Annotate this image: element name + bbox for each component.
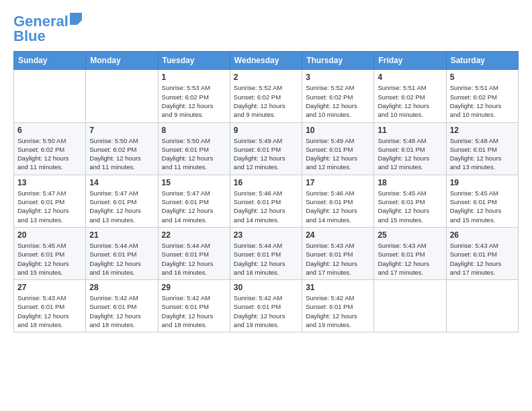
day-info: Sunrise: 5:53 AM Sunset: 6:02 PM Dayligh… (162, 83, 226, 119)
calendar-cell: 6Sunrise: 5:50 AM Sunset: 6:02 PM Daylig… (14, 122, 86, 175)
calendar-cell: 10Sunrise: 5:49 AM Sunset: 6:01 PM Dayli… (302, 122, 374, 175)
logo: General Blue (13, 13, 82, 44)
day-info: Sunrise: 5:47 AM Sunset: 6:01 PM Dayligh… (162, 189, 226, 224)
calendar-cell: 28Sunrise: 5:42 AM Sunset: 6:01 PM Dayli… (86, 280, 158, 332)
calendar-cell: 2Sunrise: 5:52 AM Sunset: 6:02 PM Daylig… (230, 70, 302, 122)
logo-icon (70, 13, 82, 25)
weekday-header: Saturday (446, 52, 518, 70)
day-info: Sunrise: 5:52 AM Sunset: 6:02 PM Dayligh… (234, 83, 298, 119)
day-number: 9 (234, 126, 298, 135)
day-info: Sunrise: 5:51 AM Sunset: 6:02 PM Dayligh… (450, 83, 515, 119)
day-info: Sunrise: 5:44 AM Sunset: 6:01 PM Dayligh… (234, 241, 298, 277)
day-number: 1 (162, 73, 226, 82)
day-number: 14 (89, 178, 154, 187)
weekday-header: Monday (86, 52, 158, 70)
day-number: 16 (234, 178, 298, 187)
day-number: 18 (378, 178, 442, 187)
day-info: Sunrise: 5:48 AM Sunset: 6:01 PM Dayligh… (378, 136, 442, 172)
calendar-cell (86, 70, 158, 122)
weekday-header: Tuesday (158, 52, 230, 70)
day-info: Sunrise: 5:43 AM Sunset: 6:01 PM Dayligh… (306, 241, 370, 277)
calendar-cell: 27Sunrise: 5:43 AM Sunset: 6:01 PM Dayli… (14, 280, 86, 332)
calendar-cell: 26Sunrise: 5:43 AM Sunset: 6:01 PM Dayli… (446, 227, 518, 279)
calendar-cell: 5Sunrise: 5:51 AM Sunset: 6:02 PM Daylig… (446, 70, 518, 122)
day-number: 26 (450, 230, 515, 240)
calendar-cell: 3Sunrise: 5:52 AM Sunset: 6:02 PM Daylig… (302, 70, 374, 122)
day-info: Sunrise: 5:48 AM Sunset: 6:01 PM Dayligh… (450, 136, 515, 172)
day-info: Sunrise: 5:46 AM Sunset: 6:01 PM Dayligh… (234, 189, 298, 224)
calendar-week-row: 1Sunrise: 5:53 AM Sunset: 6:02 PM Daylig… (14, 70, 519, 122)
day-number: 21 (89, 230, 154, 240)
calendar-cell: 19Sunrise: 5:45 AM Sunset: 6:01 PM Dayli… (446, 175, 518, 227)
day-info: Sunrise: 5:49 AM Sunset: 6:01 PM Dayligh… (234, 136, 298, 172)
calendar-week-row: 13Sunrise: 5:47 AM Sunset: 6:01 PM Dayli… (14, 175, 519, 227)
day-number: 10 (306, 126, 370, 135)
day-info: Sunrise: 5:45 AM Sunset: 6:01 PM Dayligh… (17, 241, 82, 277)
day-number: 25 (378, 230, 442, 240)
calendar-week-row: 20Sunrise: 5:45 AM Sunset: 6:01 PM Dayli… (14, 227, 519, 279)
calendar-cell: 18Sunrise: 5:45 AM Sunset: 6:01 PM Dayli… (374, 175, 446, 227)
day-number: 11 (378, 126, 442, 135)
calendar-cell: 25Sunrise: 5:43 AM Sunset: 6:01 PM Dayli… (374, 227, 446, 279)
day-number: 17 (306, 178, 370, 187)
day-number: 22 (162, 230, 226, 240)
calendar-cell (374, 280, 446, 332)
day-info: Sunrise: 5:42 AM Sunset: 6:01 PM Dayligh… (162, 293, 226, 329)
calendar-week-row: 6Sunrise: 5:50 AM Sunset: 6:02 PM Daylig… (14, 122, 519, 175)
day-number: 24 (306, 230, 370, 240)
day-info: Sunrise: 5:47 AM Sunset: 6:01 PM Dayligh… (89, 189, 154, 224)
calendar-cell (14, 70, 86, 122)
weekday-header: Friday (374, 52, 446, 70)
calendar-cell: 31Sunrise: 5:42 AM Sunset: 6:01 PM Dayli… (302, 280, 374, 332)
svg-marker-0 (70, 13, 82, 25)
day-number: 12 (450, 126, 515, 135)
calendar-table: SundayMondayTuesdayWednesdayThursdayFrid… (13, 51, 519, 332)
day-number: 7 (89, 126, 154, 135)
day-number: 6 (17, 126, 82, 135)
calendar-week-row: 27Sunrise: 5:43 AM Sunset: 6:01 PM Dayli… (14, 280, 519, 332)
day-number: 29 (162, 283, 226, 292)
day-number: 13 (17, 178, 82, 187)
calendar-cell: 23Sunrise: 5:44 AM Sunset: 6:01 PM Dayli… (230, 227, 302, 279)
calendar-cell: 13Sunrise: 5:47 AM Sunset: 6:01 PM Dayli… (14, 175, 86, 227)
calendar-header-row: SundayMondayTuesdayWednesdayThursdayFrid… (14, 52, 519, 70)
day-number: 15 (162, 178, 226, 187)
page-header: General Blue (13, 13, 519, 44)
calendar-cell: 8Sunrise: 5:50 AM Sunset: 6:01 PM Daylig… (158, 122, 230, 175)
day-info: Sunrise: 5:42 AM Sunset: 6:01 PM Dayligh… (234, 293, 298, 329)
day-number: 8 (162, 126, 226, 135)
day-info: Sunrise: 5:51 AM Sunset: 6:02 PM Dayligh… (378, 83, 442, 119)
day-number: 30 (234, 283, 298, 292)
day-info: Sunrise: 5:43 AM Sunset: 6:01 PM Dayligh… (17, 293, 82, 329)
day-info: Sunrise: 5:42 AM Sunset: 6:01 PM Dayligh… (89, 293, 154, 329)
day-info: Sunrise: 5:52 AM Sunset: 6:02 PM Dayligh… (306, 83, 370, 119)
calendar-cell: 24Sunrise: 5:43 AM Sunset: 6:01 PM Dayli… (302, 227, 374, 279)
day-info: Sunrise: 5:50 AM Sunset: 6:01 PM Dayligh… (162, 136, 226, 172)
calendar-cell: 7Sunrise: 5:50 AM Sunset: 6:02 PM Daylig… (86, 122, 158, 175)
day-info: Sunrise: 5:42 AM Sunset: 6:01 PM Dayligh… (306, 293, 370, 329)
logo-text-line2: Blue (13, 28, 82, 44)
day-number: 19 (450, 178, 515, 187)
calendar-cell: 11Sunrise: 5:48 AM Sunset: 6:01 PM Dayli… (374, 122, 446, 175)
calendar-cell: 16Sunrise: 5:46 AM Sunset: 6:01 PM Dayli… (230, 175, 302, 227)
day-info: Sunrise: 5:43 AM Sunset: 6:01 PM Dayligh… (450, 241, 515, 277)
calendar-cell: 9Sunrise: 5:49 AM Sunset: 6:01 PM Daylig… (230, 122, 302, 175)
calendar-cell: 14Sunrise: 5:47 AM Sunset: 6:01 PM Dayli… (86, 175, 158, 227)
day-info: Sunrise: 5:44 AM Sunset: 6:01 PM Dayligh… (162, 241, 226, 277)
calendar-cell: 15Sunrise: 5:47 AM Sunset: 6:01 PM Dayli… (158, 175, 230, 227)
calendar-cell: 21Sunrise: 5:44 AM Sunset: 6:01 PM Dayli… (86, 227, 158, 279)
calendar-cell: 1Sunrise: 5:53 AM Sunset: 6:02 PM Daylig… (158, 70, 230, 122)
day-number: 31 (306, 283, 370, 292)
day-number: 4 (378, 73, 442, 82)
day-number: 28 (89, 283, 154, 292)
day-info: Sunrise: 5:43 AM Sunset: 6:01 PM Dayligh… (378, 241, 442, 277)
calendar-cell: 4Sunrise: 5:51 AM Sunset: 6:02 PM Daylig… (374, 70, 446, 122)
day-info: Sunrise: 5:50 AM Sunset: 6:02 PM Dayligh… (89, 136, 154, 172)
day-info: Sunrise: 5:46 AM Sunset: 6:01 PM Dayligh… (306, 189, 370, 224)
day-info: Sunrise: 5:45 AM Sunset: 6:01 PM Dayligh… (450, 189, 515, 224)
day-info: Sunrise: 5:44 AM Sunset: 6:01 PM Dayligh… (89, 241, 154, 277)
calendar-cell: 12Sunrise: 5:48 AM Sunset: 6:01 PM Dayli… (446, 122, 518, 175)
day-info: Sunrise: 5:47 AM Sunset: 6:01 PM Dayligh… (17, 189, 82, 224)
calendar-cell: 22Sunrise: 5:44 AM Sunset: 6:01 PM Dayli… (158, 227, 230, 279)
day-info: Sunrise: 5:49 AM Sunset: 6:01 PM Dayligh… (306, 136, 370, 172)
